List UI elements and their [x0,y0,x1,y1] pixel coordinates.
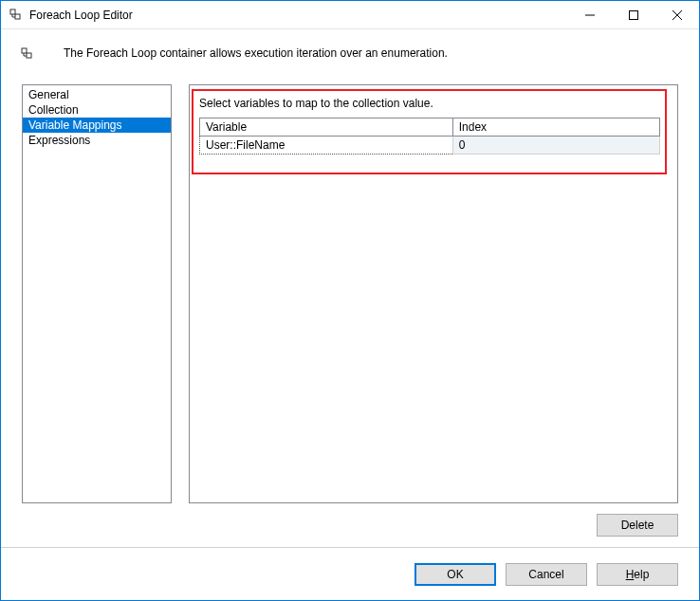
window-title: Foreach Loop Editor [29,9,133,22]
svg-rect-6 [22,48,27,53]
description-text: The Foreach Loop container allows execut… [64,46,448,60]
loop-icon [9,8,24,23]
col-index[interactable]: Index [452,118,659,137]
maximize-button[interactable] [612,1,655,29]
ok-button[interactable]: OK [414,563,496,586]
col-variable[interactable]: Variable [200,118,453,137]
dialog-window: Foreach Loop Editor The Foreach Loop con… [0,0,700,601]
grid-row[interactable]: User::FileName 0 [200,137,660,155]
instruction-text: Select variables to map to the collectio… [199,97,433,110]
svg-rect-3 [630,10,638,19]
delete-row: Delete [1,503,699,547]
minimize-button[interactable] [568,1,612,29]
sidebar-item-variable-mappings[interactable]: Variable Mappings [23,118,171,133]
nav-sidebar: General Collection Variable Mappings Exp… [22,84,172,503]
sidebar-item-collection[interactable]: Collection [23,102,171,118]
cancel-button[interactable]: Cancel [506,563,587,586]
description-row: The Foreach Loop container allows execut… [1,29,699,84]
cell-variable[interactable]: User::FileName [200,137,453,155]
body: General Collection Variable Mappings Exp… [1,84,699,503]
delete-button[interactable]: Delete [597,514,678,537]
sidebar-item-general[interactable]: General [23,87,171,102]
svg-rect-1 [15,14,20,19]
loop-icon [20,46,35,62]
help-button[interactable]: Help [597,563,678,586]
footer: OK Cancel Help [1,547,699,600]
cell-index[interactable]: 0 [452,137,659,155]
svg-rect-7 [27,53,31,58]
sidebar-item-expressions[interactable]: Expressions [23,133,171,148]
mappings-grid[interactable]: Variable Index User::FileName 0 [199,118,660,155]
grid-header-row: Variable Index [200,118,660,137]
svg-rect-0 [10,9,15,14]
close-button[interactable] [655,1,699,29]
titlebar: Foreach Loop Editor [1,1,699,29]
content-pane: Select variables to map to the collectio… [189,84,678,503]
